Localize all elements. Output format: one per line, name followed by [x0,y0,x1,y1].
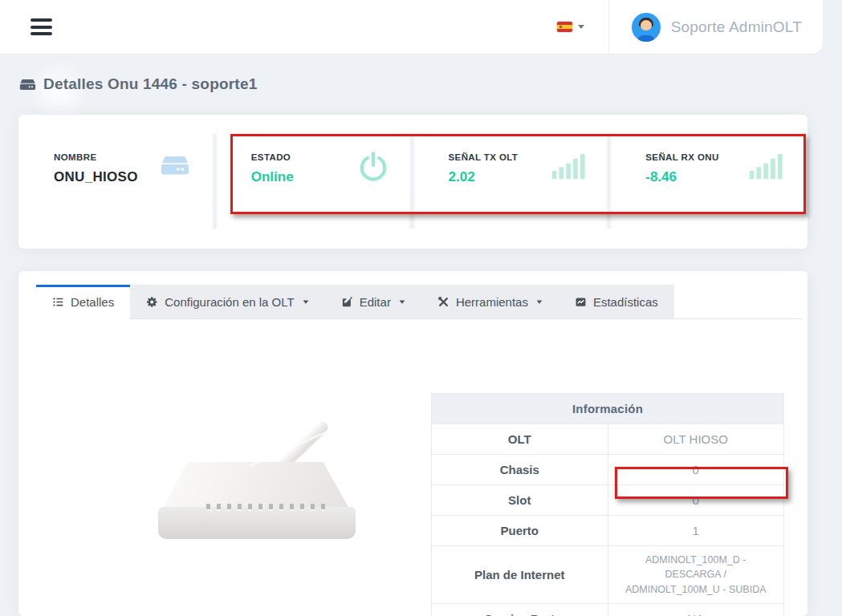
user-menu[interactable]: Soporte AdminOLT [608,0,802,55]
user-name: Soporte AdminOLT [671,18,802,36]
onu-summary-card: NOMBRE ONU_HIOSO ESTADO Online [18,115,807,249]
row-label: Plan de Internet [432,546,608,604]
tab-label: Detalles [71,295,114,309]
router-front [158,507,356,539]
hamburger-menu-icon[interactable] [31,18,52,35]
hdd-icon [158,150,192,180]
chevron-down-icon [399,300,405,303]
tab-editar[interactable]: Editar [325,285,421,319]
gear-icon [146,296,158,308]
router-top [163,462,349,509]
edit-icon [341,296,353,308]
puerto-value: 1 [608,516,784,546]
onu-details-card: Detalles Configuración en la OLT Editar [18,271,807,616]
tab-label: Configuración en la OLT [165,295,294,309]
table-row: Puerto 1 [432,516,784,546]
onu-details-page: Soporte AdminOLT Detalles Onu 1446 - sop… [0,0,842,616]
row-value: ADMINOLT_100M_D - DESCARGA / ADMINOLT_10… [608,546,784,604]
table-row: Plan de Internet ADMINOLT_100M_D - DESCA… [432,546,784,604]
row-value: OLT HIOSO [608,424,784,455]
onu-device-image [153,382,362,542]
chart-line-icon [575,296,587,308]
row-label: Slot [432,485,608,516]
table-header: Información [432,394,784,424]
tools-icon [437,296,449,308]
tab-bar: Detalles Configuración en la OLT Editar [36,285,803,319]
row-label: Puerto [432,516,608,546]
page-title-text: Detalles Onu 1446 - soporte1 [43,75,257,93]
signal-bars-icon [551,150,586,184]
row-value: NA [608,604,784,616]
tab-detalles[interactable]: Detalles [36,285,130,319]
topbar: Soporte AdminOLT [0,0,823,55]
list-icon [52,296,64,308]
stat-senal-rx-onu: SEÑAL RX ONU -8.46 [610,115,807,249]
language-selector[interactable] [533,22,608,32]
tab-bar-filler [674,285,803,319]
tab-label: Herramientas [456,295,528,309]
tab-estadisticas[interactable]: Estadísticas [559,285,674,319]
chevron-down-icon [578,25,584,29]
row-value: 0 [608,455,784,485]
row-label: Chasis [432,455,608,485]
stat-estado: ESTADO Online [216,115,413,249]
chevron-down-icon [537,300,543,303]
row-label: Service Port [432,604,608,616]
tab-label: Estadísticas [593,295,658,309]
tab-label: Editar [360,295,391,309]
chevron-down-icon [303,300,308,303]
power-icon [357,150,389,184]
detalles-tab-content: Información OLT OLT HIOSO Chasis 0 Slot … [18,319,807,615]
row-value: 0 [608,485,784,516]
router-leds [206,504,327,509]
server-icon [19,76,36,93]
tab-herramientas[interactable]: Herramientas [421,285,559,319]
tab-configuracion-olt[interactable]: Configuración en la OLT [130,285,324,319]
informacion-table: Información OLT OLT HIOSO Chasis 0 Slot … [431,393,784,616]
table-row: Chasis 0 [432,455,784,485]
table-row: Slot 0 [432,485,784,516]
stat-nombre: NOMBRE ONU_HIOSO [18,115,216,249]
spain-flag-icon [557,22,572,32]
user-avatar [632,13,661,42]
signal-bars-icon [748,150,783,184]
stat-senal-tx-olt: SEÑAL TX OLT 2.02 [413,115,611,249]
page-title: Detalles Onu 1446 - soporte1 [19,75,257,93]
table-row: OLT OLT HIOSO [432,424,784,455]
row-label: OLT [432,424,608,455]
table-row: Service Port NA [432,604,784,616]
